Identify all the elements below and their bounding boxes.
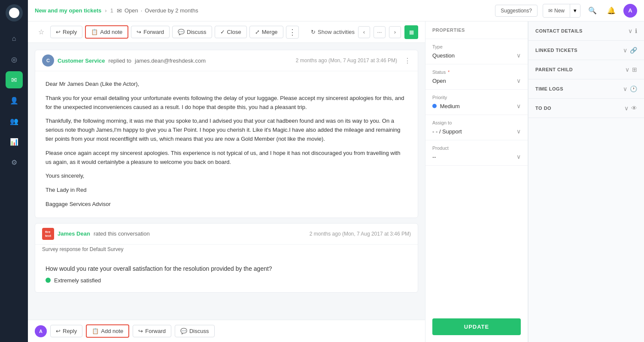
notifications-button[interactable]: 🔔 — [605, 4, 618, 18]
hierarchy-icon[interactable]: ⊞ — [632, 66, 637, 73]
nav-more-button[interactable]: ··· — [374, 26, 386, 38]
sidebar-item-settings[interactable]: ⚙ — [6, 154, 23, 171]
priority-value: Medium — [432, 103, 460, 109]
assign-label: Assign to — [432, 120, 521, 125]
properties-spacer — [425, 166, 528, 312]
sidebar-item-tickets[interactable]: ✉ — [6, 71, 23, 88]
more-options-button[interactable]: ⋮ — [286, 26, 299, 39]
message-salutation: Dear Mr James Dean (Like the Actor), — [46, 80, 407, 89]
new-button[interactable]: ✉ New — [543, 5, 570, 16]
time-logs-item[interactable]: TIME LOGS ∨ 🕐 — [529, 79, 644, 99]
bottom-add-note-button[interactable]: 📋 Add note — [86, 324, 129, 338]
reply-button[interactable]: ↩ Reply — [50, 26, 82, 38]
sidebar-item-home[interactable]: ⌂ — [6, 30, 23, 47]
type-chevron[interactable]: ∨ — [516, 52, 521, 59]
forward-button[interactable]: ↪ Forward — [131, 26, 170, 38]
activity-icon: ↻ — [311, 29, 316, 35]
priority-value-row: Medium ∨ — [432, 103, 521, 109]
sidebar-item-contacts[interactable]: 👤 — [6, 92, 23, 109]
sidebar-item-reports[interactable]: 📊 — [6, 133, 23, 150]
product-chevron[interactable]: ∨ — [516, 153, 521, 160]
bottom-forward-label: Forward — [145, 328, 166, 334]
nav-prev-button[interactable]: ‹ — [358, 26, 370, 38]
linked-tickets-actions: ∨ 🔗 — [623, 47, 637, 54]
property-product: Product -- ∨ — [425, 140, 528, 166]
clock-icon[interactable]: 🕐 — [630, 85, 637, 92]
sidebar-logo[interactable] — [6, 4, 23, 21]
update-button[interactable]: UPDATE — [432, 318, 521, 335]
discuss-button[interactable]: 💬 Discuss — [172, 26, 212, 38]
reply-icon: ↩ — [56, 29, 61, 35]
time-logs-chevron[interactable]: ∨ — [623, 85, 627, 92]
bottom-reply-button[interactable]: ↩ Reply — [50, 325, 82, 337]
add-note-button[interactable]: 📋 Add note — [85, 25, 128, 39]
contact-details-item[interactable]: CONTACT DETAILS ∨ ℹ — [529, 21, 644, 41]
messages-area: C Customer Service replied to james.dean… — [28, 43, 425, 320]
show-activities-button[interactable]: ↻ Show activities — [311, 29, 355, 35]
sidebar-item-groups[interactable]: 👥 — [6, 112, 23, 130]
status-chevron[interactable]: ∨ — [516, 77, 521, 84]
todo-chevron[interactable]: ∨ — [624, 105, 629, 112]
todo-icon[interactable]: 👁 — [631, 105, 637, 112]
sidebar-logo-inner — [9, 8, 19, 18]
main-content: New and my open tickets › 1 ✉ Open · Ove… — [28, 0, 644, 342]
survey-answer: Extremely satisfied — [46, 277, 407, 284]
survey-avatar-text: firetext — [45, 230, 51, 238]
message-avatar: C — [42, 54, 54, 67]
property-type: Type Question ∨ — [425, 39, 528, 64]
message-time: 2 months ago (Mon, 7 Aug 2017 at 3:46 PM… — [296, 58, 397, 64]
chevron-left-icon: ‹ — [363, 29, 365, 35]
suggestions-button[interactable]: Suggestions? — [495, 5, 538, 17]
survey-subtitle: Survey response for Default Survey — [35, 245, 418, 257]
assign-chevron[interactable]: ∨ — [516, 128, 521, 135]
message-para1: Thank you for your email detailing your … — [46, 94, 407, 112]
new-dropdown-button[interactable]: ▾ — [570, 5, 580, 16]
close-icon: ✓ — [220, 29, 225, 35]
assign-value-row: - - / Support ∨ — [432, 128, 521, 135]
nav-ellipsis-icon: ··· — [377, 29, 382, 35]
ticket-grid-button[interactable]: ▦ — [404, 25, 418, 39]
nav-next-button[interactable]: › — [389, 26, 401, 38]
status-separator: · — [141, 7, 143, 14]
property-assign: Assign to - - / Support ∨ — [425, 115, 528, 140]
status-value-row: Open ∨ — [432, 77, 521, 84]
bottom-note-icon: 📋 — [92, 328, 99, 334]
contact-details-chevron[interactable]: ∨ — [628, 27, 632, 34]
user-avatar[interactable]: A — [623, 4, 637, 18]
reports-icon: 📊 — [10, 138, 18, 146]
parent-child-item[interactable]: PARENT CHILD ∨ ⊞ — [529, 60, 644, 79]
priority-chevron[interactable]: ∨ — [516, 103, 521, 109]
message-body: Dear Mr James Dean (Like the Actor), Tha… — [35, 71, 418, 218]
parent-child-chevron[interactable]: ∨ — [625, 66, 629, 73]
forward-icon: ↪ — [137, 29, 141, 35]
merge-button[interactable]: ⤢ Merge — [249, 26, 283, 38]
breadcrumb-num: 1 — [110, 7, 113, 14]
message-more-button[interactable]: ⋮ — [404, 57, 411, 65]
link-icon[interactable]: 🔗 — [630, 47, 637, 54]
search-button[interactable]: 🔍 — [586, 4, 599, 18]
linked-tickets-item[interactable]: LINKED TICKETS ∨ 🔗 — [529, 41, 644, 60]
breadcrumb-link[interactable]: New and my open tickets — [35, 7, 101, 14]
close-button[interactable]: ✓ Close — [215, 26, 247, 38]
sidebar-item-support[interactable]: ◎ — [6, 51, 23, 68]
priority-dot — [432, 104, 437, 108]
star-button[interactable]: ☆ — [35, 26, 48, 39]
chevron-right-icon: › — [394, 29, 396, 35]
linked-tickets-chevron[interactable]: ∨ — [623, 47, 627, 54]
bottom-bar: A ↩ Reply 📋 Add note ↪ Forward 💬 Discuss — [28, 320, 425, 342]
sidebar-navigation: ⌂ ◎ ✉ 👤 👥 📊 ⚙ — [0, 30, 28, 171]
message-sender[interactable]: Customer Service — [58, 58, 105, 64]
todo-item[interactable]: TO DO ∨ 👁 — [529, 99, 644, 118]
parent-child-actions: ∨ ⊞ — [625, 66, 637, 73]
survey-sender[interactable]: James Dean — [58, 230, 90, 237]
bottom-forward-button[interactable]: ↪ Forward — [133, 325, 171, 337]
info-icon[interactable]: ℹ — [635, 27, 637, 34]
priority-text: Medium — [440, 103, 460, 109]
toolbar: ☆ ↩ Reply 📋 Add note ↪ Forward 💬 Discuss — [28, 21, 425, 43]
bottom-discuss-button[interactable]: 💬 Discuss — [175, 325, 215, 337]
message-action: replied to — [109, 58, 131, 64]
chevron-down-icon: ▾ — [574, 7, 577, 14]
message-card: C Customer Service replied to james.dean… — [35, 50, 418, 218]
ticket-area: ☆ ↩ Reply 📋 Add note ↪ Forward 💬 Discuss — [28, 21, 644, 342]
merge-label: Merge — [262, 29, 278, 35]
